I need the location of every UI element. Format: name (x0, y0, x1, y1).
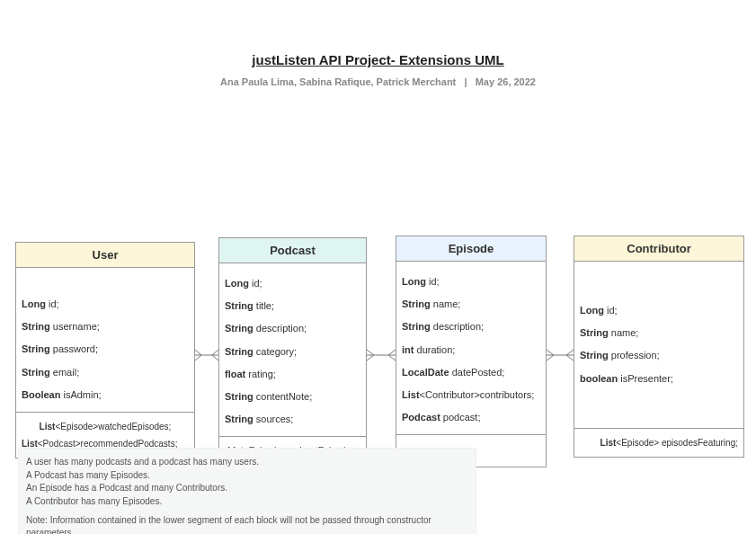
attr-name: duration; (417, 344, 456, 355)
attr-type: String (225, 346, 253, 357)
page-title: justListen API Project- Extensions UML (0, 52, 756, 67)
attr-name: contentNote; (256, 391, 312, 402)
page-subtitle: Ana Paula Lima, Sabina Rafique, Patrick … (0, 76, 756, 87)
attr-type: Podcast (402, 412, 440, 423)
attr-name: id; (252, 278, 262, 289)
attr-name: <Contributor>contributors; (420, 389, 535, 400)
class-podcast-title: Podcast (219, 238, 366, 263)
attr-name: title; (256, 300, 274, 311)
notes-panel: A user has many podcasts and a podcast h… (18, 448, 476, 534)
svg-line-3 (212, 350, 218, 355)
attr-type: Boolean (22, 389, 60, 400)
attr-type: String (580, 350, 609, 360)
foot-type: List (40, 422, 56, 432)
svg-line-4 (212, 355, 218, 360)
attr-type: String (225, 323, 253, 334)
svg-line-6 (367, 350, 374, 355)
attr-name: rating; (248, 369, 276, 379)
svg-line-7 (367, 355, 374, 360)
svg-line-9 (388, 355, 396, 360)
attr-name: isAdmin; (63, 389, 101, 400)
svg-line-1 (195, 350, 201, 355)
attr-type: String (402, 298, 431, 309)
foot-generic: <Episode>watchedEpisodes; (55, 422, 171, 432)
attr-name: name; (433, 298, 461, 309)
class-contributor: Contributor Long id; String name; String… (574, 236, 744, 458)
note-line: An Episode has a Podcast and many Contri… (26, 482, 468, 494)
class-contributor-title: Contributor (574, 236, 743, 262)
attr-name: name; (611, 327, 639, 338)
attr-type: String (22, 343, 50, 354)
class-podcast: Podcast Long id; String title; String de… (218, 237, 367, 466)
attr-type: String (22, 321, 50, 332)
attr-name: category; (256, 346, 297, 357)
note-line: A Podcast has many Episodes. (26, 469, 468, 482)
class-episode-title: Episode (396, 236, 546, 262)
date: May 26, 2022 (476, 76, 536, 87)
class-user-title: User (16, 243, 194, 268)
attr-type: String (225, 414, 253, 424)
authors: Ana Paula Lima, Sabina Rafique, Patrick … (220, 76, 456, 87)
attr-name: profession; (611, 350, 660, 360)
attr-name: id; (429, 276, 440, 287)
svg-line-14 (566, 355, 574, 360)
note-line: A Contributor has many Episodes. (26, 495, 468, 508)
attr-name: description; (433, 321, 484, 332)
note-line: A user has many podcasts and a podcast h… (26, 456, 468, 468)
attr-type: Long (225, 278, 249, 289)
attr-type: Long (580, 305, 604, 316)
attr-name: isPresenter; (620, 373, 673, 384)
attr-name: username; (53, 321, 100, 332)
attr-name: sources; (256, 414, 294, 424)
attr-type: String (22, 367, 50, 378)
attr-name: id; (607, 305, 618, 316)
attr-type: boolean (580, 373, 618, 384)
foot-type: List (600, 438, 617, 448)
class-episode: Episode Long id; String name; String des… (396, 236, 547, 467)
attr-type: LocalDate (402, 367, 449, 378)
foot-generic: <Episode> episodesFeaturing; (616, 438, 738, 448)
attr-type: String (225, 300, 253, 311)
attr-name: description; (256, 323, 307, 334)
attr-name: podcast; (443, 412, 481, 423)
attr-name: email; (53, 367, 79, 378)
svg-line-2 (195, 355, 201, 360)
svg-line-12 (547, 355, 554, 360)
attr-name: datePosted; (452, 367, 505, 378)
class-user: User Long id; String username; String pa… (15, 242, 195, 458)
attr-type: float (225, 369, 245, 379)
sep: | (464, 76, 467, 87)
attr-type: String (580, 327, 609, 338)
attr-type: int (402, 344, 414, 355)
svg-line-11 (547, 350, 554, 355)
attr-type: String (402, 321, 431, 332)
attr-type: String (225, 391, 253, 402)
attr-name: id; (49, 298, 59, 309)
svg-line-13 (566, 350, 574, 355)
svg-line-8 (388, 350, 396, 355)
attr-type: Long (402, 276, 426, 287)
note-line: Note: Information contained in the lower… (26, 514, 468, 534)
attr-name: password; (53, 343, 98, 354)
attr-type: List (402, 389, 420, 400)
attr-type: Long (22, 298, 46, 309)
